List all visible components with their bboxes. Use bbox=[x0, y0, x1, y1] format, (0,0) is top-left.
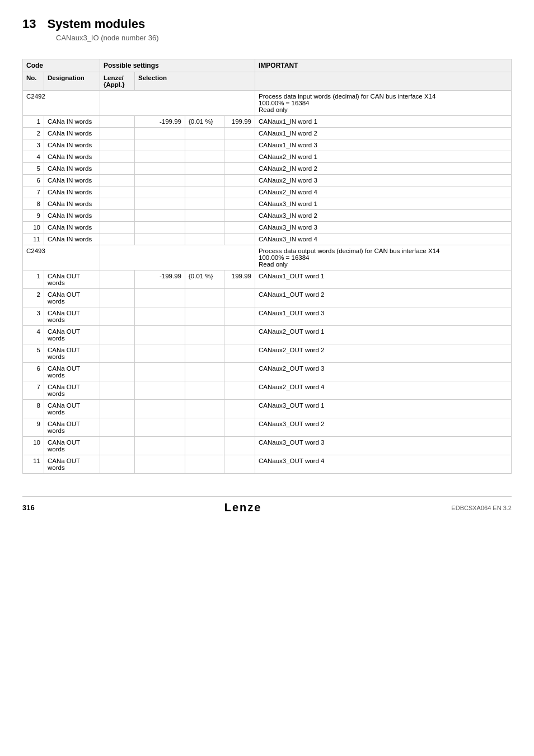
table-row: 11 CANa OUT words CANaux3_OUT word 4 bbox=[23, 455, 512, 474]
range-min bbox=[135, 363, 185, 381]
range-min bbox=[135, 437, 185, 455]
row-no: 7 bbox=[23, 186, 44, 198]
table-row: 3 CANa OUT words CANaux1_OUT word 3 bbox=[23, 307, 512, 326]
table-row: 3 CANa IN words CANaux1_IN word 3 bbox=[23, 139, 512, 151]
row-no: 3 bbox=[23, 139, 44, 151]
row-no: 1 bbox=[23, 116, 44, 128]
table-row: 2 CANa OUT words CANaux1_OUT word 2 bbox=[23, 289, 512, 307]
row-no: 5 bbox=[23, 163, 44, 175]
code-empty bbox=[100, 245, 255, 270]
range-min bbox=[135, 326, 185, 344]
table-row: 7 CANa IN words CANaux2_IN word 4 bbox=[23, 186, 512, 198]
brand-name: Lenze bbox=[224, 501, 262, 514]
row-no: 1 bbox=[23, 270, 44, 289]
chapter-subtitle: CANaux3_IO (node number 36) bbox=[56, 34, 512, 42]
row-no: 9 bbox=[23, 418, 44, 437]
range-max bbox=[224, 381, 255, 400]
row-important: CANaux2_OUT word 1 bbox=[255, 326, 512, 344]
range-min bbox=[135, 210, 185, 222]
row-no: 4 bbox=[23, 326, 44, 344]
row-designation: CANa OUT words bbox=[44, 418, 100, 437]
row-no: 5 bbox=[23, 344, 44, 363]
table-row: 11 CANa IN words CANaux3_IN word 4 bbox=[23, 234, 512, 245]
row-no: 10 bbox=[23, 437, 44, 455]
row-important: CANaux3_IN word 4 bbox=[255, 234, 512, 245]
row-designation: CANa OUT words bbox=[44, 363, 100, 381]
header-designation: Designation bbox=[44, 72, 100, 91]
range-max: 199.99 bbox=[224, 116, 255, 128]
row-important: CANaux3_OUT word 2 bbox=[255, 418, 512, 437]
row-important: CANaux2_OUT word 3 bbox=[255, 363, 512, 381]
row-designation: CANa IN words bbox=[44, 163, 100, 175]
unit: {0.01 %} bbox=[185, 270, 224, 289]
row-important: CANaux1_OUT word 3 bbox=[255, 307, 512, 326]
unit bbox=[185, 307, 224, 326]
range-max bbox=[224, 163, 255, 175]
row-no: 8 bbox=[23, 198, 44, 210]
table-row: 9 CANa IN words CANaux3_IN word 2 bbox=[23, 210, 512, 222]
row-designation: CANa IN words bbox=[44, 198, 100, 210]
range-min bbox=[135, 186, 185, 198]
row-designation: CANa IN words bbox=[44, 116, 100, 128]
range-max bbox=[224, 344, 255, 363]
page-footer: 316 Lenze EDBCSXA064 EN 3.2 bbox=[22, 496, 512, 514]
unit bbox=[185, 289, 224, 307]
row-designation: CANa OUT words bbox=[44, 289, 100, 307]
row-important: CANaux2_IN word 2 bbox=[255, 163, 512, 175]
unit bbox=[185, 151, 224, 163]
range-min: -199.99 bbox=[135, 116, 185, 128]
table-row: 6 CANa IN words CANaux2_IN word 3 bbox=[23, 175, 512, 186]
row-lenze bbox=[100, 116, 135, 128]
table-row: 10 CANa OUT words CANaux3_OUT word 3 bbox=[23, 437, 512, 455]
unit bbox=[185, 455, 224, 474]
code-important: Process data output words (decimal) for … bbox=[255, 245, 512, 270]
row-lenze bbox=[100, 326, 135, 344]
row-no: 8 bbox=[23, 400, 44, 418]
unit bbox=[185, 344, 224, 363]
range-max bbox=[224, 363, 255, 381]
range-min bbox=[135, 222, 185, 234]
row-no: 9 bbox=[23, 210, 44, 222]
range-max bbox=[224, 210, 255, 222]
range-min bbox=[135, 175, 185, 186]
row-designation: CANa IN words bbox=[44, 151, 100, 163]
row-lenze bbox=[100, 210, 135, 222]
table-row: 2 CANa IN words CANaux1_IN word 2 bbox=[23, 128, 512, 139]
row-lenze bbox=[100, 344, 135, 363]
row-lenze bbox=[100, 270, 135, 289]
row-important: CANaux2_IN word 4 bbox=[255, 186, 512, 198]
row-no: 2 bbox=[23, 289, 44, 307]
row-lenze bbox=[100, 418, 135, 437]
row-important: CANaux2_IN word 1 bbox=[255, 151, 512, 163]
range-max bbox=[224, 128, 255, 139]
range-min bbox=[135, 198, 185, 210]
code-value: C2493 bbox=[23, 245, 100, 270]
row-lenze bbox=[100, 455, 135, 474]
range-max bbox=[224, 175, 255, 186]
row-lenze bbox=[100, 175, 135, 186]
header-lenze: Lenze/ {Appl.} bbox=[100, 72, 135, 91]
row-no: 11 bbox=[23, 455, 44, 474]
unit: {0.01 %} bbox=[185, 116, 224, 128]
unit bbox=[185, 400, 224, 418]
table-row: 1 CANa IN words -199.99 {0.01 %} 199.99 … bbox=[23, 116, 512, 128]
range-max bbox=[224, 400, 255, 418]
range-min bbox=[135, 289, 185, 307]
unit bbox=[185, 222, 224, 234]
range-min bbox=[135, 344, 185, 363]
row-designation: CANa OUT words bbox=[44, 344, 100, 363]
range-min bbox=[135, 418, 185, 437]
range-min bbox=[135, 400, 185, 418]
range-min bbox=[135, 381, 185, 400]
table-row: 8 CANa IN words CANaux3_IN word 1 bbox=[23, 198, 512, 210]
row-designation: CANa IN words bbox=[44, 128, 100, 139]
row-important: CANaux3_OUT word 3 bbox=[255, 437, 512, 455]
unit bbox=[185, 175, 224, 186]
main-table: Code Possible settings IMPORTANT No. Des… bbox=[22, 59, 512, 474]
row-no: 4 bbox=[23, 151, 44, 163]
row-important: CANaux3_OUT word 1 bbox=[255, 400, 512, 418]
row-designation: CANa IN words bbox=[44, 210, 100, 222]
page-number: 316 bbox=[22, 503, 35, 512]
unit bbox=[185, 163, 224, 175]
unit bbox=[185, 128, 224, 139]
